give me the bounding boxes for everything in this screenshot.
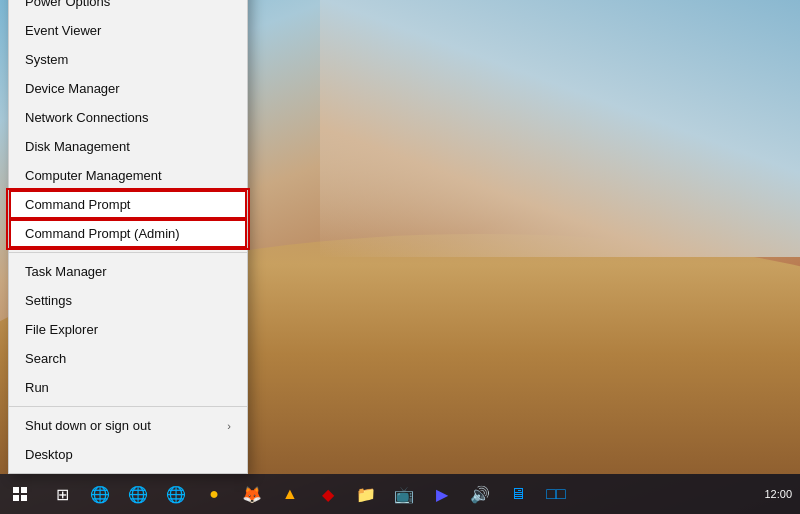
menu-item-label: Run <box>25 380 49 395</box>
taskbar-icon-taskview[interactable]: □□ <box>538 476 574 512</box>
menu-item-label: Search <box>25 351 66 366</box>
menu-item-network-connections[interactable]: Network Connections <box>9 103 247 132</box>
menu-item-label: Device Manager <box>25 81 120 96</box>
menu-item-label: Event Viewer <box>25 23 101 38</box>
menu-item-search[interactable]: Search <box>9 344 247 373</box>
menu-item-settings[interactable]: Settings <box>9 286 247 315</box>
menu-item-label: Desktop <box>25 447 73 462</box>
taskbar-icon-start[interactable]: ⊞ <box>44 476 80 512</box>
tray-time: 12:00 <box>764 488 792 500</box>
menu-item-task-manager[interactable]: Task Manager <box>9 257 247 286</box>
menu-item-label: Command Prompt (Admin) <box>25 226 180 241</box>
menu-item-system[interactable]: System <box>9 45 247 74</box>
menu-item-device-manager[interactable]: Device Manager <box>9 74 247 103</box>
menu-item-shut-down[interactable]: Shut down or sign out› <box>9 411 247 440</box>
menu-item-command-prompt[interactable]: Command Prompt <box>9 190 247 219</box>
menu-item-label: Shut down or sign out <box>25 418 151 433</box>
menu-item-label: Settings <box>25 293 72 308</box>
taskbar-icon-app7[interactable]: ◆ <box>310 476 346 512</box>
menu-item-command-prompt-admin[interactable]: Command Prompt (Admin) <box>9 219 247 248</box>
menu-item-desktop[interactable]: Desktop <box>9 440 247 469</box>
taskbar-tray: 12:00 <box>756 488 800 500</box>
menu-item-label: Task Manager <box>25 264 107 279</box>
taskbar-icon-app12[interactable]: 🖥 <box>500 476 536 512</box>
menu-item-run[interactable]: Run <box>9 373 247 402</box>
menu-item-computer-management[interactable]: Computer Management <box>9 161 247 190</box>
menu-item-label: Computer Management <box>25 168 162 183</box>
taskbar: ⊞🌐🌐🌐●🦊▲◆📁📺▶🔊🖥□□ 12:00 <box>0 474 800 514</box>
taskbar-icon-app9[interactable]: 📺 <box>386 476 422 512</box>
menu-item-disk-management[interactable]: Disk Management <box>9 132 247 161</box>
taskbar-icon-chrome[interactable]: ● <box>196 476 232 512</box>
menu-item-label: Disk Management <box>25 139 130 154</box>
taskbar-icon-app11[interactable]: 🔊 <box>462 476 498 512</box>
menu-item-file-explorer[interactable]: File Explorer <box>9 315 247 344</box>
taskbar-icon-app6[interactable]: ▲ <box>272 476 308 512</box>
menu-item-event-viewer[interactable]: Event Viewer <box>9 16 247 45</box>
taskbar-icon-file-explorer[interactable]: 📁 <box>348 476 384 512</box>
taskbar-icon-firefox[interactable]: 🦊 <box>234 476 270 512</box>
menu-item-label: Power Options <box>25 0 110 9</box>
taskbar-icons: ⊞🌐🌐🌐●🦊▲◆📁📺▶🔊🖥□□ <box>40 476 756 512</box>
menu-item-label: File Explorer <box>25 322 98 337</box>
taskbar-icon-edge-beta[interactable]: 🌐 <box>158 476 194 512</box>
menu-divider <box>9 252 247 253</box>
submenu-arrow-icon: › <box>227 420 231 432</box>
taskbar-icon-edge-dev[interactable]: 🌐 <box>120 476 156 512</box>
taskbar-icon-terminal[interactable]: ▶ <box>424 476 460 512</box>
context-menu: Apps and FeaturesPower OptionsEvent View… <box>8 0 248 474</box>
menu-item-label: System <box>25 52 68 67</box>
menu-item-label: Command Prompt <box>25 197 130 212</box>
taskbar-icon-edge[interactable]: 🌐 <box>82 476 118 512</box>
menu-item-label: Network Connections <box>25 110 149 125</box>
menu-item-power-options[interactable]: Power Options <box>9 0 247 16</box>
menu-divider <box>9 406 247 407</box>
start-button[interactable] <box>0 474 40 514</box>
